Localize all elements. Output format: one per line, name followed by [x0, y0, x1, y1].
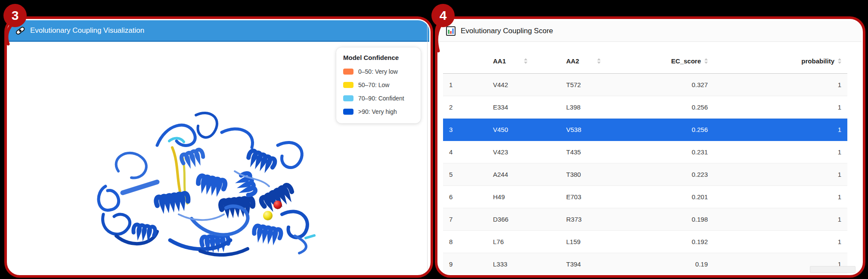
column-header-ec-score[interactable]: EC_score — [632, 48, 714, 74]
column-header-probability[interactable]: probability — [714, 48, 847, 74]
column-header-index — [443, 48, 486, 74]
score-panel-header: Evolutionary Coupling Score — [439, 20, 862, 42]
residue-marker-yellow — [263, 211, 273, 220]
table-row-selected[interactable]: 3V450V5380.2561 — [443, 119, 847, 141]
legend-item-very-low: 0–50: Very low — [343, 65, 414, 78]
legend-swatch-very-high — [343, 109, 353, 115]
legend-swatch-confident — [343, 95, 353, 101]
column-header-aa1[interactable]: AA1 — [486, 48, 559, 74]
legend-item-very-high: >90: Very high — [343, 105, 414, 118]
sort-icon[interactable] — [704, 58, 708, 64]
legend-item-low: 50–70: Low — [343, 78, 414, 91]
ec-score-table: AA1 AA2 EC_score probability 1V442T5720.… — [443, 48, 847, 274]
sort-icon[interactable] — [524, 58, 527, 64]
ribbon-structure — [99, 113, 314, 255]
score-panel-title: Evolutionary Coupling Score — [461, 27, 553, 35]
legend-title: Model Confidence — [343, 54, 414, 61]
table-row[interactable]: 2E334L3980.2561 — [443, 96, 847, 119]
card-edge-divider — [427, 20, 428, 274]
table-header-row: AA1 AA2 EC_score probability — [443, 48, 847, 74]
scrollbar[interactable] — [810, 266, 856, 273]
bar-chart-icon — [446, 26, 456, 36]
visualization-panel: Evolutionary Coupling Visualization — [4, 16, 433, 278]
residue-marker-red — [273, 201, 282, 209]
legend-item-confident: 70–90: Confident — [343, 91, 414, 105]
table-row[interactable]: 1V442T5720.3271 — [443, 74, 847, 96]
protein-3d-viewer[interactable] — [93, 107, 316, 258]
model-confidence-legend: Model Confidence 0–50: Very low 50–70: L… — [336, 47, 421, 123]
sort-icon[interactable] — [597, 58, 601, 64]
column-header-aa2[interactable]: AA2 — [559, 48, 632, 74]
legend-swatch-very-low — [343, 69, 353, 75]
table-row[interactable]: 9L333T3940.191 — [443, 253, 847, 274]
table-row[interactable]: 6H49E7030.2011 — [443, 186, 847, 208]
table-row[interactable]: 4V423T4350.2311 — [443, 141, 847, 163]
legend-swatch-low — [343, 82, 353, 88]
table-row[interactable]: 8L76L1590.1921 — [443, 231, 847, 253]
visualization-panel-title: Evolutionary Coupling Visualization — [30, 26, 144, 35]
annotation-badge-4: 4 — [431, 4, 455, 27]
annotation-badge-3: 3 — [3, 4, 27, 27]
visualization-panel-header: Evolutionary Coupling Visualization — [8, 20, 429, 42]
score-table-panel: Evolutionary Coupling Score AA1 AA2 EC_s… — [435, 16, 865, 278]
sort-icon[interactable] — [838, 58, 841, 64]
table-row[interactable]: 5A244T3800.2231 — [443, 163, 847, 186]
table-row[interactable]: 7D366R3730.1981 — [443, 208, 847, 231]
